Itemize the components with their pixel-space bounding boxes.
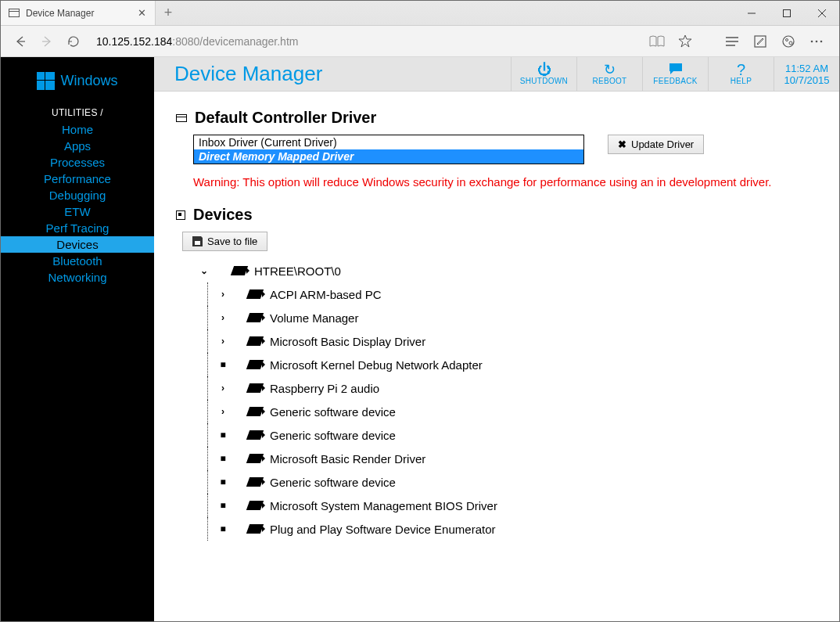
tree-row[interactable]: ■Microsoft Kernel Debug Network Adapter bbox=[198, 353, 817, 376]
tree-row[interactable]: ■Generic software device bbox=[198, 423, 817, 447]
tree-label: Generic software device bbox=[270, 476, 396, 489]
more-icon[interactable] bbox=[805, 30, 828, 53]
share-icon[interactable] bbox=[777, 30, 800, 53]
tree-label: Generic software device bbox=[270, 405, 396, 419]
tree-row[interactable]: ›Volume Manager bbox=[198, 306, 817, 329]
window-minimize-button[interactable] bbox=[734, 1, 769, 25]
svg-point-10 bbox=[783, 36, 794, 47]
favorite-icon[interactable] bbox=[673, 30, 697, 53]
svg-rect-1 bbox=[783, 9, 790, 16]
webnote-icon[interactable] bbox=[748, 30, 772, 53]
tree-label: Microsoft Basic Render Driver bbox=[270, 452, 425, 466]
device-icon bbox=[248, 289, 262, 299]
chevron-right-icon[interactable]: › bbox=[217, 383, 229, 394]
save-to-file-button[interactable]: Save to file bbox=[182, 232, 267, 251]
leaf-icon[interactable]: ■ bbox=[217, 523, 229, 534]
chevron-down-icon[interactable]: ⌄ bbox=[198, 265, 210, 276]
controller-icon bbox=[176, 114, 187, 122]
tree-row[interactable]: ■Generic software device bbox=[198, 470, 817, 494]
refresh-button[interactable] bbox=[60, 30, 87, 53]
tree-label: Generic software device bbox=[270, 429, 396, 442]
address-bar: 10.125.152.184:8080/devicemanager.htm bbox=[1, 26, 839, 57]
clock-date: 10/7/2015 bbox=[784, 74, 830, 86]
chevron-right-icon[interactable]: › bbox=[217, 289, 229, 300]
tree-row[interactable]: ■Microsoft Basic Render Driver bbox=[198, 447, 817, 470]
window-maximize-button[interactable] bbox=[769, 1, 804, 25]
driver-option[interactable]: Direct Memory Mapped Driver bbox=[194, 149, 583, 164]
device-icon bbox=[248, 407, 262, 416]
tree-label: ACPI ARM-based PC bbox=[270, 288, 382, 301]
svg-point-15 bbox=[820, 40, 823, 42]
new-tab-button[interactable]: + bbox=[156, 1, 181, 25]
tab-title: Device Manager bbox=[26, 8, 136, 19]
url-field[interactable]: 10.125.152.184:8080/devicemanager.htm bbox=[87, 35, 645, 48]
tree-label: Volume Manager bbox=[270, 311, 358, 325]
tree-row[interactable]: ›ACPI ARM-based PC bbox=[198, 282, 817, 306]
sidebar-item-processes[interactable]: Processes bbox=[1, 154, 154, 171]
tree-row[interactable]: ■Plug and Play Software Device Enumerato… bbox=[198, 517, 817, 541]
sidebar-item-debugging[interactable]: Debugging bbox=[1, 187, 154, 203]
sidebar-section-label: UTILITIES / bbox=[1, 107, 154, 118]
tree-label: Microsoft Basic Display Driver bbox=[270, 335, 425, 348]
back-button[interactable] bbox=[7, 30, 34, 53]
tree-row[interactable]: ›Raspberry Pi 2 audio bbox=[198, 376, 817, 400]
sidebar-item-bluetooth[interactable]: Bluetooth bbox=[1, 253, 154, 269]
save-icon bbox=[192, 236, 203, 246]
leaf-icon[interactable]: ■ bbox=[217, 476, 229, 487]
help-button[interactable]: ? HELP bbox=[708, 57, 774, 91]
leaf-icon[interactable]: ■ bbox=[217, 430, 229, 440]
url-path: :8080/devicemanager.htm bbox=[172, 35, 298, 48]
device-icon bbox=[248, 501, 262, 510]
sidebar-item-networking[interactable]: Networking bbox=[1, 269, 154, 286]
sidebar-item-devices[interactable]: Devices bbox=[1, 236, 154, 253]
leaf-icon[interactable]: ■ bbox=[217, 359, 229, 370]
sidebar: Windows UTILITIES / HomeAppsProcessesPer… bbox=[1, 57, 154, 621]
svg-rect-9 bbox=[755, 36, 766, 47]
sidebar-item-home[interactable]: Home bbox=[1, 121, 154, 138]
main: Device Manager ⏻ SHUTDOWN ↻ REBOOT FEEDB… bbox=[154, 57, 839, 621]
chevron-right-icon[interactable]: › bbox=[217, 312, 229, 323]
hub-icon[interactable] bbox=[720, 30, 744, 53]
chevron-right-icon[interactable]: › bbox=[217, 406, 229, 417]
tree-root-label: HTREE\ROOT\0 bbox=[254, 264, 341, 278]
sidebar-item-apps[interactable]: Apps bbox=[1, 138, 154, 154]
browser-tab[interactable]: Device Manager ✕ bbox=[1, 1, 156, 25]
clock: 11:52 AM 10/7/2015 bbox=[774, 57, 839, 91]
device-icon bbox=[248, 360, 262, 369]
leaf-icon[interactable]: ■ bbox=[217, 500, 229, 511]
tree-root[interactable]: ⌄ HTREE\ROOT\0 bbox=[198, 259, 817, 282]
feedback-icon bbox=[669, 63, 683, 77]
device-icon bbox=[248, 430, 262, 440]
tree-row[interactable]: ■Microsoft System Management BIOS Driver bbox=[198, 494, 817, 517]
chevron-right-icon[interactable]: › bbox=[217, 336, 229, 347]
content: Windows UTILITIES / HomeAppsProcessesPer… bbox=[1, 57, 839, 621]
window-close-button[interactable] bbox=[804, 1, 839, 25]
devices-icon bbox=[176, 210, 185, 220]
device-icon bbox=[248, 313, 262, 322]
brand: Windows bbox=[1, 65, 154, 96]
svg-point-12 bbox=[789, 41, 792, 45]
tree-row[interactable]: ›Generic software device bbox=[198, 400, 817, 423]
forward-button[interactable] bbox=[34, 30, 60, 53]
reboot-icon: ↻ bbox=[604, 63, 616, 77]
device-icon bbox=[248, 336, 262, 346]
driver-option[interactable]: Inbox Driver (Current Driver) bbox=[194, 135, 583, 149]
sidebar-item-etw[interactable]: ETW bbox=[1, 203, 154, 220]
tab-close-icon[interactable]: ✕ bbox=[136, 7, 147, 19]
tree-row[interactable]: ›Microsoft Basic Display Driver bbox=[198, 329, 817, 353]
feedback-button[interactable]: FEEDBACK bbox=[642, 57, 708, 91]
reboot-button[interactable]: ↻ REBOOT bbox=[576, 57, 642, 91]
device-icon bbox=[248, 524, 262, 534]
update-icon: ✖ bbox=[618, 138, 626, 150]
reading-view-icon[interactable] bbox=[645, 30, 669, 53]
shutdown-button[interactable]: ⏻ SHUTDOWN bbox=[511, 57, 576, 91]
sidebar-item-perf-tracing[interactable]: Perf Tracing bbox=[1, 220, 154, 236]
sidebar-item-performance[interactable]: Performance bbox=[1, 171, 154, 187]
tab-favicon bbox=[9, 9, 20, 17]
driver-listbox[interactable]: Inbox Driver (Current Driver)Direct Memo… bbox=[193, 135, 584, 164]
svg-point-14 bbox=[816, 40, 818, 42]
device-icon bbox=[248, 383, 262, 393]
leaf-icon[interactable]: ■ bbox=[217, 453, 229, 464]
tree-label: Microsoft Kernel Debug Network Adapter bbox=[270, 358, 483, 372]
update-driver-button[interactable]: ✖ Update Driver bbox=[608, 135, 704, 154]
